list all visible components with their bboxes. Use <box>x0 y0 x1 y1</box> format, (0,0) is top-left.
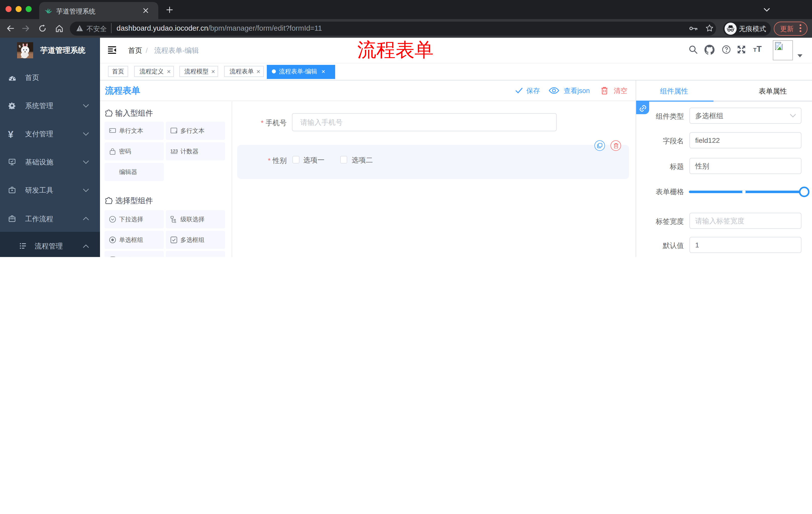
svg-text:123: 123 <box>170 148 178 154</box>
